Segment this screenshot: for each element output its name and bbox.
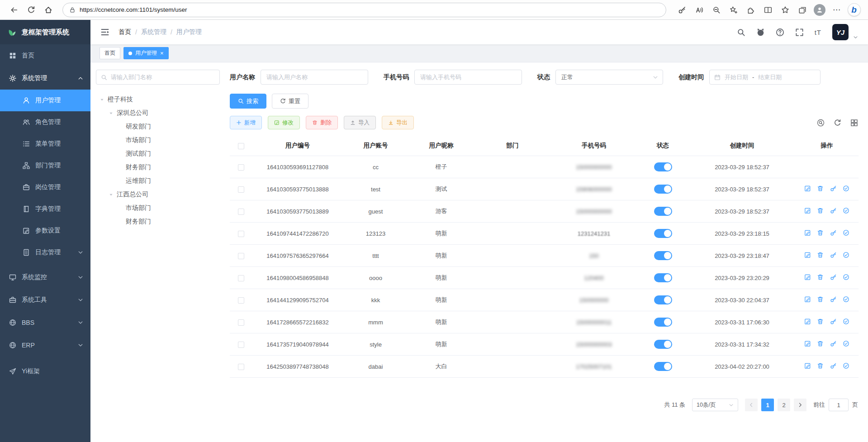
sidebar-collapse-icon[interactable] bbox=[100, 28, 109, 37]
assign-role-icon[interactable] bbox=[843, 229, 849, 238]
back-icon[interactable] bbox=[5, 3, 23, 17]
tree-node[interactable]: 深圳总公司 bbox=[96, 106, 220, 120]
status-toggle[interactable] bbox=[654, 362, 672, 371]
tree-node[interactable]: 江西总公司 bbox=[96, 188, 220, 201]
next-page-button[interactable] bbox=[794, 399, 806, 411]
delete-button[interactable]: 删除 bbox=[306, 116, 338, 129]
table-row[interactable]: 1641097441472286720 123123 萌新 1231241231… bbox=[230, 223, 859, 245]
date-range-picker[interactable]: 开始日期 - 结束日期 bbox=[709, 70, 821, 85]
sidebar-item-system-tools[interactable]: 系统工具 bbox=[0, 289, 90, 311]
tree-node[interactable]: 研发部门 bbox=[96, 120, 220, 133]
refresh-table-icon[interactable] bbox=[834, 119, 841, 127]
edit-icon[interactable] bbox=[804, 362, 811, 371]
reset-password-icon[interactable] bbox=[830, 229, 837, 238]
edit-icon[interactable] bbox=[804, 252, 811, 260]
tree-node[interactable]: 运维部门 bbox=[96, 174, 220, 188]
collections-icon[interactable] bbox=[794, 3, 811, 17]
row-checkbox[interactable] bbox=[238, 364, 244, 370]
status-toggle[interactable] bbox=[654, 185, 672, 194]
tree-node[interactable]: 市场部门 bbox=[96, 201, 220, 215]
status-toggle[interactable] bbox=[654, 273, 672, 282]
reset-password-icon[interactable] bbox=[830, 318, 837, 326]
status-toggle[interactable] bbox=[654, 207, 672, 216]
assign-role-icon[interactable] bbox=[843, 185, 849, 193]
edit-icon[interactable] bbox=[804, 340, 811, 348]
delete-icon[interactable] bbox=[817, 318, 824, 326]
status-toggle[interactable] bbox=[654, 295, 672, 304]
tree-node[interactable]: 市场部门 bbox=[96, 133, 220, 147]
row-checkbox[interactable] bbox=[238, 231, 244, 237]
sidebar-item-bbs[interactable]: BBS bbox=[0, 311, 90, 334]
sidebar-item-yi-framework[interactable]: Yi框架 bbox=[0, 360, 90, 383]
page-button-1[interactable]: 1 bbox=[761, 399, 774, 411]
header-search-icon[interactable] bbox=[737, 28, 745, 37]
sidebar-item-dept-mgmt[interactable]: 部门管理 bbox=[0, 155, 90, 176]
table-row[interactable]: 1641735719040978944 style 萌新 15000000003… bbox=[230, 333, 859, 356]
assign-role-icon[interactable] bbox=[843, 207, 849, 215]
table-row[interactable]: 1641441299095752704 kkk 萌新 150000000 202… bbox=[230, 289, 859, 311]
edit-icon[interactable] bbox=[804, 318, 811, 326]
page-size-select[interactable]: 10条/页 bbox=[692, 399, 738, 411]
password-key-icon[interactable] bbox=[674, 3, 691, 17]
table-row[interactable]: 1641030593691127808 cc 橙子 15000000000 20… bbox=[230, 156, 859, 178]
edit-icon[interactable] bbox=[804, 229, 811, 238]
search-button[interactable]: 搜索 bbox=[230, 94, 266, 109]
sidebar-item-erp[interactable]: ERP bbox=[0, 334, 90, 356]
table-row[interactable]: 1641097576365297664 tttt 萌新 150 2023-03-… bbox=[230, 245, 859, 267]
expand-caret-icon[interactable] bbox=[109, 111, 114, 116]
reset-password-icon[interactable] bbox=[830, 185, 837, 193]
page-button-2[interactable]: 2 bbox=[778, 399, 790, 411]
delete-icon[interactable] bbox=[817, 296, 824, 304]
edit-icon[interactable] bbox=[804, 296, 811, 304]
sidebar-item-role-mgmt[interactable]: 角色管理 bbox=[0, 111, 90, 133]
column-settings-icon[interactable] bbox=[850, 119, 858, 127]
avatar-caret-icon[interactable] bbox=[853, 35, 858, 40]
text-size-icon[interactable]: tT bbox=[815, 29, 821, 36]
refresh-icon[interactable] bbox=[23, 3, 40, 17]
browser-menu-icon[interactable]: ⋯ bbox=[828, 3, 845, 17]
split-screen-icon[interactable] bbox=[759, 3, 777, 17]
status-select[interactable]: 正常 bbox=[555, 70, 663, 85]
tree-node[interactable]: 橙子科技 bbox=[96, 93, 220, 106]
reset-password-icon[interactable] bbox=[830, 362, 837, 371]
delete-icon[interactable] bbox=[817, 340, 824, 348]
sidebar-item-dict-mgmt[interactable]: 字典管理 bbox=[0, 198, 90, 220]
add-button[interactable]: 新增 bbox=[230, 116, 262, 129]
reset-password-icon[interactable] bbox=[830, 296, 837, 304]
favorites-icon[interactable] bbox=[777, 3, 794, 17]
bing-chat-icon[interactable]: b bbox=[845, 3, 863, 17]
reset-password-icon[interactable] bbox=[830, 274, 837, 282]
breadcrumb-home[interactable]: 首页 bbox=[119, 28, 131, 36]
table-row[interactable]: 1641098004586958848 oooo 萌新 120400 2023-… bbox=[230, 267, 859, 289]
delete-icon[interactable] bbox=[817, 207, 824, 215]
address-bar[interactable]: https://ccnetcore.com:1101/system/user bbox=[62, 3, 666, 17]
table-row[interactable]: 1641030593775013888 test 测试 15906000000 … bbox=[230, 178, 859, 200]
edit-icon[interactable] bbox=[804, 207, 811, 215]
edit-icon[interactable] bbox=[804, 185, 811, 193]
reset-password-icon[interactable] bbox=[830, 340, 837, 348]
row-checkbox[interactable] bbox=[238, 164, 244, 171]
assign-role-icon[interactable] bbox=[843, 340, 849, 348]
tree-node[interactable]: 测试部门 bbox=[96, 147, 220, 161]
row-checkbox[interactable] bbox=[238, 186, 244, 193]
row-checkbox[interactable] bbox=[238, 319, 244, 326]
tab-user-mgmt[interactable]: 用户管理 × bbox=[123, 47, 169, 59]
assign-role-icon[interactable] bbox=[843, 274, 849, 282]
expand-caret-icon[interactable] bbox=[109, 192, 114, 197]
delete-icon[interactable] bbox=[817, 252, 824, 260]
help-icon[interactable] bbox=[776, 28, 784, 37]
row-checkbox[interactable] bbox=[238, 275, 244, 281]
status-toggle[interactable] bbox=[654, 251, 672, 260]
toggle-search-icon[interactable] bbox=[817, 119, 825, 127]
status-toggle[interactable] bbox=[654, 318, 672, 327]
edit-button[interactable]: 修改 bbox=[268, 116, 300, 129]
goto-page-input[interactable] bbox=[829, 399, 849, 411]
tab-home[interactable]: 首页 bbox=[100, 47, 120, 59]
delete-icon[interactable] bbox=[817, 274, 824, 282]
sidebar-item-system[interactable]: 系统管理 bbox=[0, 67, 90, 90]
row-checkbox[interactable] bbox=[238, 297, 244, 304]
row-checkbox[interactable] bbox=[238, 209, 244, 215]
table-row[interactable]: 1642503897748738048 dabai 大白 17025007101… bbox=[230, 356, 859, 378]
tree-node[interactable]: 财务部门 bbox=[96, 215, 220, 228]
status-toggle[interactable] bbox=[654, 162, 672, 171]
